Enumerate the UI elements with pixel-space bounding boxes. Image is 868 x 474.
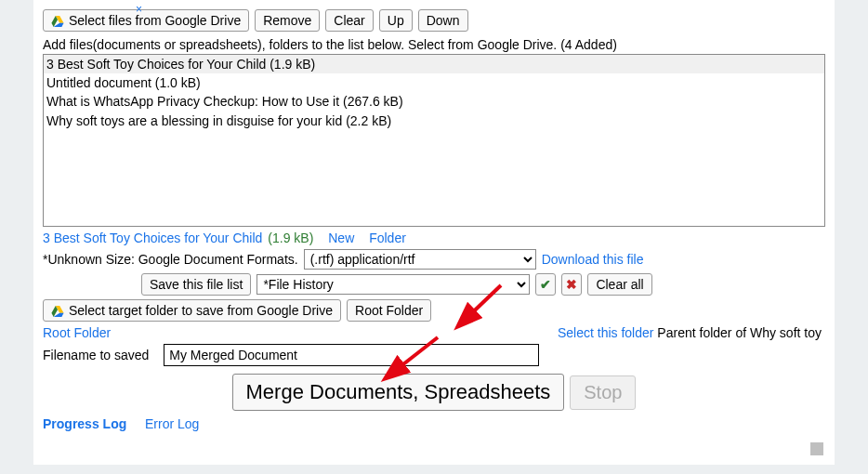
parent-folder-info: Select this folder Parent folder of Why … [558, 325, 822, 340]
folder-link[interactable]: Folder [369, 230, 406, 245]
root-folder-button[interactable]: Root Folder [347, 299, 431, 322]
save-file-list-button[interactable]: Save this file list [141, 273, 251, 296]
google-drive-icon [51, 305, 64, 316]
selected-file-size: (1.9 kB) [268, 230, 313, 245]
list-item[interactable]: Untitled document (1.0 kB) [44, 73, 824, 92]
filename-label: Filename to saved [43, 348, 149, 362]
delete-button[interactable]: ✖ [561, 273, 582, 296]
format-row: *Unknown Size: Google Document Formats. … [43, 249, 825, 270]
top-button-row: Select files from Google Drive Remove Cl… [43, 9, 825, 32]
log-row: Progress Log Error Log [43, 416, 825, 431]
filename-row: Filename to saved [43, 344, 825, 366]
root-folder-link[interactable]: Root Folder [43, 325, 111, 340]
google-drive-icon [51, 15, 64, 26]
remove-button[interactable]: Remove [255, 9, 320, 32]
save-list-row: Save this file list *File History ✔ ✖ Cl… [43, 273, 825, 296]
formats-label: *Unknown Size: Google Document Formats. [43, 252, 298, 267]
main-panel: × Select files from Google Drive Remove … [33, 0, 835, 465]
list-item[interactable]: Why soft toys are a blessing in disguise… [44, 112, 824, 130]
select-this-folder-link[interactable]: Select this folder [558, 325, 654, 340]
new-link[interactable]: New [328, 230, 354, 245]
clear-all-button[interactable]: Clear all [587, 273, 651, 296]
download-file-link[interactable]: Download this file [542, 252, 644, 267]
error-log-link[interactable]: Error Log [145, 416, 199, 431]
instruction-text: Add files(documents or spreadsheets), fo… [43, 35, 825, 54]
file-history-select[interactable]: *File History [256, 274, 530, 295]
merge-button[interactable]: Merge Documents, Spreadsheets [232, 374, 565, 411]
up-button[interactable]: Up [379, 9, 413, 32]
action-row: Merge Documents, Spreadsheets Stop [43, 374, 825, 411]
folder-info-row: Root Folder Select this folder Parent fo… [43, 325, 825, 340]
select-target-button[interactable]: Select target folder to save from Google… [43, 299, 341, 322]
down-button[interactable]: Down [418, 9, 468, 32]
clear-button[interactable]: Clear [325, 9, 373, 32]
scrollbar-handle[interactable] [810, 442, 823, 455]
parent-folder-text: Parent folder of Why soft toy [657, 325, 822, 340]
list-item[interactable]: 3 Best Soft Toy Choices for Your Child (… [44, 55, 824, 73]
stop-button: Stop [570, 375, 636, 410]
progress-log-link[interactable]: Progress Log [43, 416, 126, 431]
x-icon: ✖ [566, 277, 577, 292]
confirm-button[interactable]: ✔ [535, 273, 556, 296]
selected-file-link[interactable]: 3 Best Soft Toy Choices for Your Child [43, 230, 262, 245]
select-files-button[interactable]: Select files from Google Drive [43, 9, 249, 32]
close-icon[interactable]: × [136, 3, 142, 16]
target-folder-row: Select target folder to save from Google… [43, 299, 825, 322]
format-select[interactable]: (.rtf) application/rtf [304, 249, 536, 270]
select-target-label: Select target folder to save from Google… [69, 303, 333, 318]
select-files-label: Select files from Google Drive [69, 13, 241, 28]
filename-input[interactable] [164, 344, 539, 366]
list-item[interactable]: What is WhatsApp Privacy Checkup: How to… [44, 92, 824, 111]
selected-file-row: 3 Best Soft Toy Choices for Your Child (… [43, 230, 825, 245]
check-icon: ✔ [540, 277, 551, 292]
file-list[interactable]: 3 Best Soft Toy Choices for Your Child (… [43, 54, 825, 227]
